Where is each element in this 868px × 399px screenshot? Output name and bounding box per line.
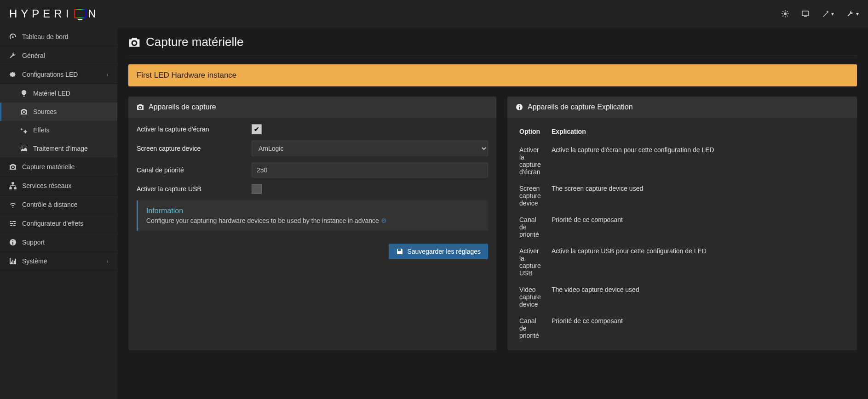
info-text: Configure your capturing hardware device… <box>146 217 480 224</box>
table-cell-option: Video capture device <box>516 281 548 313</box>
chart-icon <box>9 257 17 265</box>
tools-menu[interactable]: ▾ <box>847 10 859 17</box>
divider <box>128 56 857 56</box>
info-icon <box>9 239 17 246</box>
table-header-explication: Explication <box>548 124 849 142</box>
table-cell-option: Canal de priorité <box>516 313 548 344</box>
sidebar-item-effect-config[interactable]: Configurateur d'effets <box>0 214 117 233</box>
capture-devices-panel: Appareils de capture Activer la capture … <box>128 97 496 350</box>
info-box: Information Configure your capturing har… <box>137 200 488 231</box>
sidebar-item-system[interactable]: Système‹ <box>0 252 117 271</box>
sidebar-item-general[interactable]: Général <box>0 46 117 65</box>
camera-icon <box>20 108 28 115</box>
sidebar-item-label: Services réseaux <box>22 182 71 189</box>
brightness-icon[interactable] <box>782 10 789 17</box>
camera-icon <box>128 36 140 48</box>
chevron-left-icon: ‹ <box>107 72 108 77</box>
camera-icon <box>137 103 144 111</box>
enable-screen-checkbox[interactable] <box>252 124 262 134</box>
camera-icon <box>9 163 17 171</box>
sitemap-icon <box>9 182 17 189</box>
table-cell-text: Priorité de ce composant <box>548 211 849 243</box>
table-cell-text: Active la capture d'écran pour cette con… <box>548 142 849 180</box>
table-cell-option: Activer la capture USB <box>516 243 548 281</box>
sidebar-item-image-processing[interactable]: Traitement d'image <box>0 139 117 158</box>
wifi-icon <box>9 201 17 208</box>
table-cell-option: Canal de priorité <box>516 211 548 243</box>
sidebar-item-label: Effets <box>33 126 50 134</box>
enable-usb-label: Activer la capture USB <box>137 185 252 193</box>
sidebar-item-label: Support <box>22 239 45 246</box>
table-row: Activer la capture d'écranActive la capt… <box>516 142 849 180</box>
topbar-actions: ▾ ▾ <box>782 10 859 17</box>
table-cell-text: The video capture device used <box>548 281 849 313</box>
info-title: Information <box>146 207 480 215</box>
sparkle-icon <box>20 126 28 134</box>
table-cell-text: Priorité de ce composant <box>548 313 849 344</box>
priority-input[interactable] <box>252 163 488 177</box>
sidebar-item-led-hardware[interactable]: Matériel LED <box>0 84 117 103</box>
sliders-icon <box>9 220 17 227</box>
save-button[interactable]: Sauvegarder les réglages <box>389 244 488 259</box>
gear-icon <box>9 71 17 78</box>
sidebar-item-led-config[interactable]: Configurations LED‹ <box>0 65 117 84</box>
table-cell-option: Screen capture device <box>516 180 548 211</box>
enable-usb-checkbox[interactable] <box>252 184 262 194</box>
app-logo: HYPERIN <box>9 7 100 20</box>
gear-icon[interactable]: ⚙ <box>381 217 387 224</box>
sidebar-item-sources[interactable]: Sources <box>0 103 117 121</box>
sidebar-item-hw-capture[interactable]: Capture matérielle <box>0 158 117 177</box>
instance-alert: First LED Hardware instance <box>128 64 857 86</box>
table-header-option: Option <box>516 124 548 142</box>
chevron-left-icon: ‹ <box>107 259 108 264</box>
sidebar-item-label: Capture matérielle <box>22 163 75 171</box>
page-title: Capture matérielle <box>128 35 857 49</box>
main-content: Capture matérielle First LED Hardware in… <box>117 28 868 399</box>
sidebar-item-dashboard[interactable]: Tableau de bord <box>0 28 117 46</box>
monitor-icon[interactable] <box>802 10 809 17</box>
table-cell-text: Active la capture USB pour cette configu… <box>548 243 849 281</box>
explanation-panel: Appareils de capture Explication Option … <box>507 97 857 350</box>
table-row: Canal de prioritéPriorité de ce composan… <box>516 211 849 243</box>
topbar: HYPERIN ▾ ▾ <box>0 0 868 28</box>
sidebar-item-label: Contrôle à distance <box>22 201 78 208</box>
sidebar-item-label: Configurateur d'effets <box>22 220 83 227</box>
logo-box-icon <box>74 9 86 18</box>
sidebar-item-label: Tableau de bord <box>22 33 68 40</box>
panel-header: Appareils de capture Explication <box>507 97 857 118</box>
lightbulb-icon <box>20 90 28 97</box>
table-row: Video capture deviceThe video capture de… <box>516 281 849 313</box>
sidebar-item-remote[interactable]: Contrôle à distance <box>0 195 117 214</box>
screen-device-label: Screen capture device <box>137 145 252 152</box>
table-row: Canal de prioritéPriorité de ce composan… <box>516 313 849 344</box>
table-cell-text: The screen capture device used <box>548 180 849 211</box>
sidebar-item-network[interactable]: Services réseaux <box>0 177 117 195</box>
sidebar-item-label: Traitement d'image <box>33 145 88 152</box>
sidebar-item-effects[interactable]: Effets <box>0 121 117 139</box>
screen-device-select[interactable]: AmLogic <box>252 141 488 156</box>
panel-header: Appareils de capture <box>128 97 496 118</box>
sidebar-item-label: Sources <box>33 108 57 115</box>
sidebar-item-label: Système <box>22 257 47 265</box>
table-row: Activer la capture USBActive la capture … <box>516 243 849 281</box>
wrench-icon <box>9 52 17 59</box>
table-cell-option: Activer la capture d'écran <box>516 142 548 180</box>
table-row: Screen capture deviceThe screen capture … <box>516 180 849 211</box>
wand-menu[interactable]: ▾ <box>822 10 834 17</box>
sidebar-item-label: Configurations LED <box>22 71 78 78</box>
info-icon <box>516 103 523 111</box>
sidebar-item-label: Matériel LED <box>33 90 70 97</box>
enable-screen-label: Activer la capture d'écran <box>137 125 252 133</box>
sidebar-item-label: Général <box>22 52 45 59</box>
dashboard-icon <box>9 33 17 40</box>
explanation-table: Option Explication Activer la capture d'… <box>516 124 849 344</box>
picture-icon <box>20 145 28 152</box>
sidebar-item-support[interactable]: Support <box>0 233 117 252</box>
sidebar: Tableau de bord Général Configurations L… <box>0 28 117 399</box>
save-icon <box>396 248 403 255</box>
priority-label: Canal de priorité <box>137 166 252 174</box>
